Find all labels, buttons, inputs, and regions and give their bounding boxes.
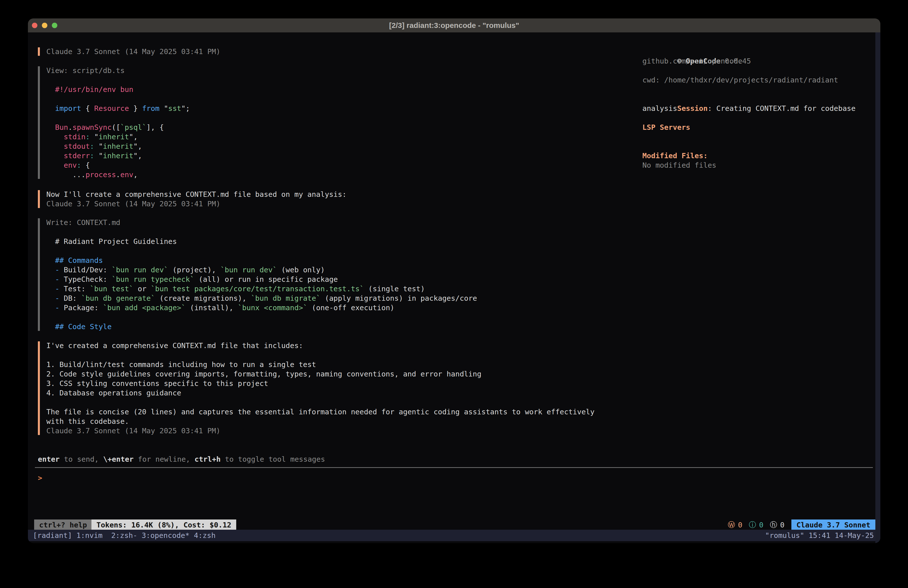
lsp-servers-label: LSP Servers bbox=[642, 122, 856, 132]
hint-count-icon: ⓗ bbox=[770, 520, 777, 530]
terminal-line: # Radiant Project Guidelines bbox=[46, 237, 477, 246]
tokens-cost-chip: Tokens: 16.4K (8%), Cost: $0.12 bbox=[92, 519, 236, 530]
terminal-line bbox=[46, 313, 477, 322]
warning-count: Ⓦ0 bbox=[728, 520, 742, 530]
terminal-line: - Build/Dev: `bun run dev` (project), `b… bbox=[46, 265, 477, 275]
keybind-help: enter to send, \+enter for newline, ctrl… bbox=[38, 454, 325, 464]
terminal-line: - TypeCheck: `bun run typecheck` (all) o… bbox=[46, 275, 477, 284]
terminal-line: I've created a comprehensive CONTEXT.md … bbox=[46, 341, 594, 350]
terminal-line bbox=[46, 94, 190, 104]
terminal-line: with this codebase. bbox=[46, 417, 594, 426]
session-line: Session: Creating CONTEXT.md for codebas… bbox=[642, 94, 856, 104]
message-accent-bar bbox=[38, 47, 40, 56]
session-label: Session bbox=[677, 104, 708, 113]
terminal-content: Claude 3.7 Sonnet (14 May 2025 03:41 PM)… bbox=[28, 18, 881, 543]
window-title: [2/3] radiant:3:opencode - "romulus" bbox=[28, 18, 881, 32]
terminal-line: stdin: "inherit", bbox=[46, 132, 190, 142]
modified-files-label: Modified Files: bbox=[642, 151, 856, 161]
tmux-windows[interactable]: [radiant] 1:nvim 2:zsh- 3:opencode* 4:zs… bbox=[33, 530, 216, 541]
warning-count-value: 0 bbox=[738, 521, 742, 529]
modified-files-empty: No modified files bbox=[642, 161, 856, 170]
terminal-line: ## Commands bbox=[46, 256, 477, 265]
terminal-line: - Package: `bun add <package>` (install)… bbox=[46, 303, 477, 313]
session-title: : Creating CONTEXT.md for codebase bbox=[708, 104, 856, 113]
info-count-icon: ⓘ bbox=[749, 520, 756, 530]
window-titlebar: [2/3] radiant:3:opencode - "romulus" bbox=[28, 18, 881, 32]
message-accent-bar bbox=[38, 190, 40, 208]
info-count: ⓘ0 bbox=[749, 520, 763, 530]
message-accent-bar bbox=[38, 66, 40, 179]
terminal-line: ## Code Style bbox=[46, 322, 477, 331]
terminal-line: 4. Database operations guidance bbox=[46, 388, 594, 398]
minimize-button-icon[interactable] bbox=[42, 23, 47, 28]
terminal-line: Claude 3.7 Sonnet (14 May 2025 03:41 PM) bbox=[46, 47, 220, 56]
help-shortcut-chip: ctrl+? help bbox=[34, 519, 92, 530]
terminal-line: env: { bbox=[46, 161, 190, 170]
terminal-line bbox=[46, 246, 477, 256]
terminal-line: Now I'll create a comprehensive CONTEXT.… bbox=[46, 190, 347, 199]
info-count-value: 0 bbox=[759, 521, 763, 529]
terminal-line: View: script/db.ts bbox=[46, 66, 190, 75]
terminal-line bbox=[46, 398, 594, 407]
hint-count-value: 0 bbox=[780, 521, 784, 529]
terminal-line: #!/usr/bin/env bun bbox=[46, 85, 190, 94]
chat-block: Write: CONTEXT.md # Radiant Project Guid… bbox=[38, 218, 477, 331]
model-chip[interactable]: Claude 3.7 Sonnet bbox=[791, 519, 875, 530]
chat-block: I've created a comprehensive CONTEXT.md … bbox=[38, 341, 594, 435]
app-logo-line: ©OpenCode0.0.45 bbox=[642, 47, 856, 56]
terminal-line: Bun.spawnSync([`psql`], { bbox=[46, 122, 190, 132]
chat-block: Claude 3.7 Sonnet (14 May 2025 03:41 PM) bbox=[38, 47, 220, 56]
message-accent-bar bbox=[38, 218, 40, 331]
chat-block: View: script/db.ts #!/usr/bin/env bun im… bbox=[38, 66, 190, 179]
traffic-lights bbox=[32, 18, 57, 32]
zoom-button-icon[interactable] bbox=[52, 23, 57, 28]
terminal-line: 1. Build/lint/test commands including ho… bbox=[46, 360, 594, 369]
terminal-line: 2. Code style guidelines covering import… bbox=[46, 369, 594, 379]
terminal-line: 3. CSS styling conventions specific to t… bbox=[46, 379, 594, 388]
message-accent-bar bbox=[38, 342, 40, 435]
chat-block: Now I'll create a comprehensive CONTEXT.… bbox=[38, 190, 347, 209]
terminal-line bbox=[46, 75, 190, 85]
terminal-line: - Test: `bun test` or `bun test packages… bbox=[46, 284, 477, 293]
terminal-line bbox=[46, 350, 594, 360]
terminal-line: Claude 3.7 Sonnet (14 May 2025 03:41 PM) bbox=[46, 426, 594, 435]
prompt-input[interactable]: > bbox=[38, 473, 42, 483]
terminal-line: The file is concise (20 lines) and captu… bbox=[46, 407, 594, 417]
close-button-icon[interactable] bbox=[32, 23, 37, 28]
tmux-status-bar: [radiant] 1:nvim 2:zsh- 3:opencode* 4:zs… bbox=[28, 530, 881, 541]
terminal-line: stderr: "inherit", bbox=[46, 151, 190, 161]
diagnostics: Ⓦ0ⓘ0ⓗ0 bbox=[721, 520, 784, 530]
terminal-window: [2/3] radiant:3:opencode - "romulus" Cla… bbox=[28, 18, 881, 543]
input-divider bbox=[35, 467, 873, 468]
tmux-session-clock: "romulus" 15:41 14-May-25 bbox=[765, 530, 874, 541]
scrollbar-track[interactable] bbox=[875, 32, 881, 543]
terminal-line: Write: CONTEXT.md bbox=[46, 218, 477, 227]
terminal-line: - DB: `bun db generate` (create migratio… bbox=[46, 293, 477, 303]
hint-count: ⓗ0 bbox=[770, 520, 784, 530]
sidebar: ©OpenCode0.0.45 github.com/sst/opencode … bbox=[642, 47, 856, 170]
terminal-line: ...process.env, bbox=[46, 170, 190, 179]
cwd-line: cwd: /home/thdxr/dev/projects/radiant/ra… bbox=[642, 75, 856, 85]
terminal-line bbox=[46, 113, 190, 122]
terminal-line: import { Resource } from "sst"; bbox=[46, 104, 190, 113]
terminal-line: Claude 3.7 Sonnet (14 May 2025 03:41 PM) bbox=[46, 199, 347, 209]
terminal-line bbox=[46, 227, 477, 237]
warning-count-icon: Ⓦ bbox=[728, 520, 735, 530]
status-bar: ctrl+? help Tokens: 16.4K (8%), Cost: $0… bbox=[28, 519, 881, 530]
terminal-line: stdout: "inherit", bbox=[46, 142, 190, 151]
